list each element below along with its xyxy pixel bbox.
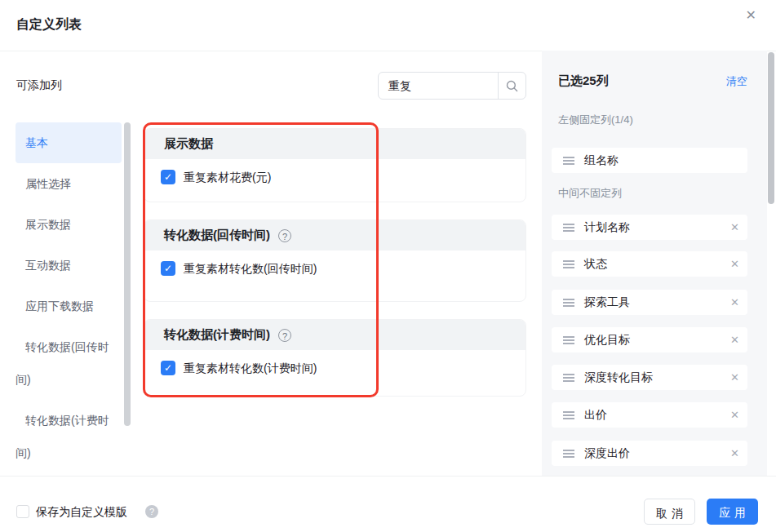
fixed-section-label: 左侧固定列(1/4) [558,113,633,127]
search-value: 重复 [388,79,411,94]
selected-column-explore-tool[interactable]: 探索工具 ✕ [552,290,747,315]
group-header: 转化数据(回传时间) ? [144,220,525,250]
remove-column-icon[interactable]: ✕ [730,371,739,383]
checkbox-checked[interactable]: ✓ [161,170,175,184]
nav-item-display-data[interactable]: 展示数据 [16,204,122,245]
selected-column-group-name[interactable]: 组名称 [552,148,747,173]
dialog-footer: 保存为自定义模版 ? 取消 应用 [0,476,776,532]
save-template-checkbox[interactable] [16,505,29,518]
selected-column-status[interactable]: 状态 ✕ [552,251,747,277]
selected-column-deep-conversion-goal[interactable]: 深度转化目标 ✕ [552,365,747,390]
drag-handle-icon[interactable] [563,299,574,307]
drag-handle-icon[interactable] [563,336,574,344]
group-display-data: 展示数据 ✓ 重复素材花费(元) [144,128,526,202]
apply-button[interactable]: 应用 [707,499,758,525]
dialog-scrollbar[interactable] [768,52,774,204]
selected-column-deep-bid[interactable]: 深度出价 ✕ [552,441,747,466]
drag-handle-icon[interactable] [563,260,574,268]
group-body: ✓ 重复素材花费(元) [144,159,525,202]
drag-handle-icon[interactable] [563,450,574,458]
group-title: 转化数据(回传时间) [164,228,270,243]
sidebar-scrollbar[interactable] [124,122,131,426]
dialog-title: 自定义列表 [16,16,82,33]
dialog-header: 自定义列表 ✕ [0,0,776,51]
selected-column-bid[interactable]: 出价 ✕ [552,402,747,428]
drag-handle-icon[interactable] [563,224,574,232]
remove-column-icon[interactable]: ✕ [730,447,739,459]
column-label: 探索工具 [584,295,630,310]
search-icon [506,80,518,92]
category-nav: 基本 属性选择 展示数据 互动数据 应用下载数据 转化数据(回传时间) 转化数据… [16,122,122,473]
remove-column-icon[interactable]: ✕ [730,221,739,233]
cancel-button[interactable]: 取消 [644,499,695,525]
search-results: 展示数据 ✓ 重复素材花费(元) 转化数据(回传时间) ? ✓ 重复素材转化数(… [144,128,526,414]
save-template-label: 保存为自定义模版 [36,505,127,520]
nav-item-interaction-data[interactable]: 互动数据 [16,245,122,286]
help-icon[interactable]: ? [278,329,291,342]
drag-handle-icon[interactable] [563,411,574,419]
group-title: 展示数据 [164,136,213,152]
nav-item-attribute-select[interactable]: 属性选择 [16,163,122,204]
help-icon[interactable]: ? [278,229,291,242]
remove-column-icon[interactable]: ✕ [730,258,739,270]
nav-item-conversion-billing[interactable]: 转化数据(计费时间) [16,400,122,473]
clear-all-link[interactable]: 清空 [726,74,747,89]
search-button[interactable] [498,73,525,99]
nav-item-app-download-data[interactable]: 应用下载数据 [16,286,122,326]
column-label: 深度出价 [584,446,630,461]
customize-columns-dialog: 自定义列表 ✕ 可添加列 重复 基本 属性选择 展示数据 互动数据 应用下载数据… [0,0,776,532]
selected-column-optimization-goal[interactable]: 优化目标 ✕ [552,327,747,352]
column-label: 计划名称 [584,220,630,235]
selected-columns-header: 已选25列 清空 [558,73,747,89]
group-header: 展示数据 [144,129,525,159]
checkbox-label[interactable]: 重复素材转化数(回传时间) [184,261,317,276]
selected-count-title: 已选25列 [558,73,609,89]
group-body: ✓ 重复素材转化数(回传时间) [144,250,525,301]
nav-item-basic[interactable]: 基本 [16,122,122,163]
checkbox-checked[interactable]: ✓ [161,361,175,375]
column-label: 状态 [584,257,607,272]
nav-item-conversion-callback[interactable]: 转化数据(回传时间) [16,326,122,400]
group-title: 转化数据(计费时间) [164,327,270,343]
checkbox-checked[interactable]: ✓ [161,261,175,276]
group-body: ✓ 重复素材转化数(计费时间) [144,350,525,396]
available-columns-label: 可添加列 [16,78,62,93]
selected-column-plan-name[interactable]: 计划名称 ✕ [552,215,747,240]
group-conversion-billing: 转化数据(计费时间) ? ✓ 重复素材转化数(计费时间) [144,319,526,397]
remove-column-icon[interactable]: ✕ [730,409,739,421]
search-input[interactable]: 重复 [378,72,526,100]
checkbox-label[interactable]: 重复素材花费(元) [184,170,271,184]
column-label: 优化目标 [584,333,630,348]
group-header: 转化数据(计费时间) ? [144,320,525,350]
remove-column-icon[interactable]: ✕ [730,296,739,308]
column-label: 出价 [584,408,607,423]
unfixed-section-label: 中间不固定列 [558,186,622,201]
column-label: 组名称 [584,153,619,168]
remove-column-icon[interactable]: ✕ [730,334,739,346]
selected-columns-panel: 已选25列 清空 左侧固定列(1/4) 组名称 中间不固定列 计划名称 ✕ 状态… [542,51,767,476]
group-conversion-callback: 转化数据(回传时间) ? ✓ 重复素材转化数(回传时间) [144,219,526,302]
drag-handle-icon[interactable] [563,374,574,382]
column-label: 深度转化目标 [584,370,653,385]
checkbox-label[interactable]: 重复素材转化数(计费时间) [184,361,317,375]
close-icon[interactable]: ✕ [746,7,756,24]
help-icon[interactable]: ? [145,505,158,518]
drag-handle-icon[interactable] [563,157,574,165]
